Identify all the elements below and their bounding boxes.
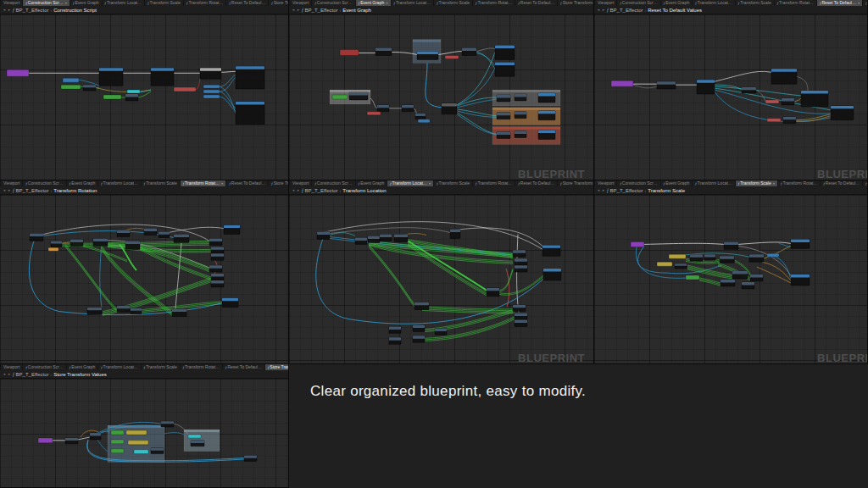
tab-reset-to-defaul[interactable]: fReset To Defaul…× [817, 0, 862, 6]
tab-event-graph[interactable]: fEvent Graph [661, 0, 692, 6]
breadcrumb: ◄►fBP_T_Effector›Store Transform Values [0, 370, 288, 379]
tab-viewport[interactable]: Viewport [290, 180, 311, 186]
tab-reset-to-defaul[interactable]: fReset To Defaul… [515, 0, 557, 6]
breadcrumb-title[interactable]: Store Transform Values [53, 372, 107, 377]
tab-construction-scr[interactable]: fConstruction Scr… [617, 180, 659, 186]
tab-construction-scr[interactable]: fConstruction Scr…× [23, 0, 70, 6]
tab-construction-scr[interactable]: fConstruction Scr… [617, 0, 659, 6]
back-icon[interactable]: ◄ [3, 188, 6, 193]
back-icon[interactable]: ◄ [292, 188, 295, 193]
back-icon[interactable]: ◄ [3, 372, 6, 377]
breadcrumb-title[interactable]: Reset To Default Values [648, 8, 702, 13]
breadcrumb-title[interactable]: Construction Script [53, 8, 97, 13]
blueprint-graph-canvas[interactable]: BLUEPRINT [594, 195, 867, 363]
back-icon[interactable]: ◄ [597, 188, 600, 193]
breadcrumb-root[interactable]: BP_T_Effector [305, 8, 338, 13]
tab-transform-rotat[interactable]: fTransform Rotat…× [181, 180, 226, 186]
tab-store-transform[interactable]: fStore Transform… [863, 180, 867, 186]
breadcrumb-root[interactable]: BP_T_Effector [610, 188, 643, 193]
tab-construction-scr[interactable]: fConstruction Scr… [23, 364, 65, 370]
breadcrumb-title[interactable]: Event Graph [342, 8, 371, 13]
tab-construction-scr[interactable]: fConstruction Scr… [312, 180, 354, 186]
tab-event-graph[interactable]: fEvent Graph× [356, 0, 391, 6]
breadcrumb-root[interactable]: BP_T_Effector [610, 8, 643, 13]
tab-transform-rotat[interactable]: fTransform Rotat… [473, 0, 515, 6]
tab-viewport[interactable]: Viewport [1, 0, 22, 6]
breadcrumb-title[interactable]: Transform Location [342, 188, 386, 193]
tab-transform-locat[interactable]: fTransform Locat… [693, 180, 735, 186]
tab-transform-locat[interactable]: fTransform Locat… [392, 0, 434, 6]
blueprint-graph-canvas[interactable]: BLUEPRINT [289, 195, 593, 363]
tab-transform-scale[interactable]: fTransform Scale [434, 0, 472, 6]
back-icon[interactable]: ◄ [597, 8, 600, 13]
tab-transform-scale[interactable]: fTransform Scale× [736, 180, 777, 186]
close-icon[interactable]: × [221, 181, 223, 186]
tab-event-graph[interactable]: fEvent Graph [67, 364, 97, 370]
breadcrumb-root[interactable]: BP_T_Effector [305, 188, 338, 193]
tab-transform-rotat[interactable]: fTransform Rotat… [473, 180, 515, 186]
tab-transform-locat[interactable]: fTransform Locat…× [387, 180, 433, 186]
tab-viewport[interactable]: Viewport [595, 180, 616, 186]
breadcrumb-root[interactable]: BP_T_Effector [16, 8, 49, 13]
tab-construction-scr[interactable]: fConstruction Scr… [312, 0, 354, 6]
tab-store-transform[interactable]: fStore Transform…× [265, 364, 288, 370]
tab-store-transform[interactable]: fStore Transform… [558, 180, 593, 186]
forward-icon[interactable]: ► [602, 188, 605, 193]
tab-transform-scale[interactable]: fTransform Scale [434, 180, 472, 186]
tab-store-transform[interactable]: fStore Transform… [558, 0, 593, 6]
tab-transform-scale[interactable]: fTransform Scale [145, 0, 183, 6]
tab-store-transform[interactable]: fStore Transform… [269, 180, 288, 186]
tab-event-graph[interactable]: fEvent Graph [661, 180, 692, 186]
tab-store-transform[interactable]: fStore Transform… [863, 0, 867, 6]
back-icon[interactable]: ◄ [292, 8, 295, 13]
tab-construction-scr[interactable]: fConstruction Scr… [23, 180, 65, 186]
tab-transform-locat[interactable]: fTransform Locat… [693, 0, 735, 6]
tab-transform-locat[interactable]: fTransform Locat… [98, 180, 141, 186]
tab-transform-scale[interactable]: fTransform Scale [142, 180, 180, 186]
tab-transform-locat[interactable]: fTransform Locat… [103, 0, 145, 6]
close-icon[interactable]: × [429, 181, 431, 186]
forward-icon[interactable]: ► [8, 188, 11, 193]
blueprint-graph-canvas[interactable]: BLUEPRINT [289, 14, 593, 180]
tab-transform-rotat[interactable]: fTransform Rotat… [775, 0, 816, 6]
forward-icon[interactable]: ► [297, 8, 300, 13]
close-icon[interactable]: × [65, 1, 67, 5]
forward-icon[interactable]: ► [297, 188, 300, 193]
tab-reset-to-defaul[interactable]: fReset To Defaul… [226, 0, 268, 6]
forward-icon[interactable]: ► [602, 8, 605, 13]
tab-event-graph[interactable]: fEvent Graph [356, 180, 387, 186]
tab-reset-to-defaul[interactable]: fReset To Defaul… [223, 364, 264, 370]
tab-reset-to-defaul[interactable]: fReset To Defaul… [226, 180, 268, 186]
breadcrumb-root[interactable]: BP_T_Effector [16, 188, 49, 193]
tab-transform-locat[interactable]: fTransform Locat… [98, 364, 141, 370]
blueprint-graph-canvas[interactable] [0, 195, 288, 363]
tab-transform-rotat[interactable]: fTransform Rotat… [184, 0, 225, 6]
forward-icon[interactable]: ► [8, 372, 11, 377]
tab-reset-to-defaul[interactable]: fReset To Defaul… [821, 180, 862, 186]
function-icon: f [695, 1, 696, 5]
blueprint-graph-canvas[interactable] [0, 14, 288, 180]
blueprint-graph-canvas[interactable]: BLUEPRINT [594, 14, 867, 180]
tab-reset-to-defaul[interactable]: fReset To Defaul… [515, 180, 557, 186]
tab-event-graph[interactable]: fEvent Graph [67, 180, 97, 186]
tab-viewport[interactable]: Viewport [1, 180, 22, 186]
tab-transform-scale[interactable]: fTransform Scale [736, 0, 774, 6]
tab-transform-rotat[interactable]: fTransform Rotat… [181, 364, 222, 370]
tab-viewport[interactable]: Viewport [595, 0, 616, 6]
close-icon[interactable]: × [858, 1, 860, 5]
close-icon[interactable]: × [773, 181, 775, 186]
tab-transform-rotat[interactable]: fTransform Rotat… [778, 180, 820, 186]
back-icon[interactable]: ◄ [3, 8, 6, 13]
tab-event-graph[interactable]: fEvent Graph [70, 0, 101, 6]
close-icon[interactable]: × [386, 1, 387, 5]
breadcrumb-title[interactable]: Transform Rotation [53, 188, 97, 193]
tab-viewport[interactable]: Viewport [290, 0, 311, 6]
tab-transform-scale[interactable]: fTransform Scale [142, 364, 180, 370]
breadcrumb-separator-icon: › [645, 8, 647, 13]
tab-viewport[interactable]: Viewport [1, 364, 22, 370]
breadcrumb-root[interactable]: BP_T_Effector [16, 372, 49, 377]
forward-icon[interactable]: ► [8, 8, 11, 13]
blueprint-graph-canvas[interactable] [0, 379, 288, 487]
tab-store-transform[interactable]: fStore Transform… [269, 0, 288, 6]
breadcrumb-title[interactable]: Transform Scale [648, 188, 685, 193]
